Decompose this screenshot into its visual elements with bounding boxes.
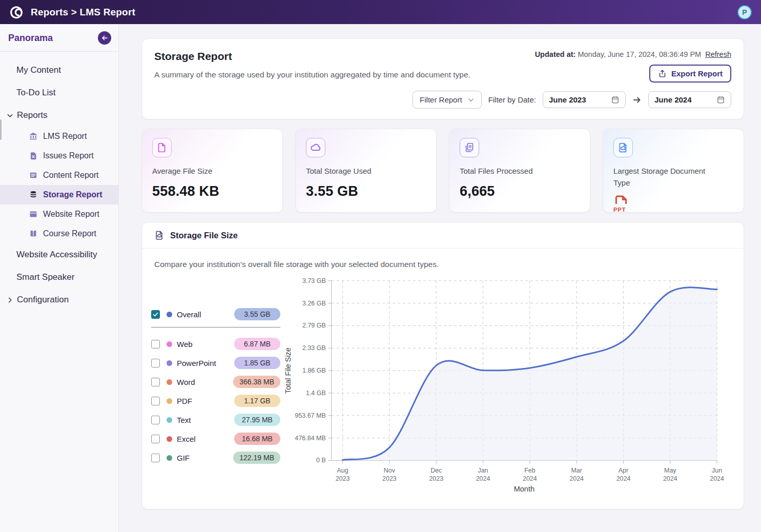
series-dot [167, 436, 172, 442]
book-icon [29, 229, 38, 238]
svg-text:1.86 GB: 1.86 GB [302, 367, 326, 374]
svg-text:Mar: Mar [571, 467, 582, 474]
sidebar-item-label: Storage Report [43, 190, 102, 199]
main-content: Storage Report A summary of the storage … [119, 24, 761, 532]
panorama-logo-icon [9, 5, 24, 19]
export-report-button[interactable]: Export Report [649, 65, 731, 83]
sidebar-item-my-content[interactable]: My Content [0, 59, 118, 81]
chart-legend: Overall3.55 GBWeb6.87 MBPowerPoint1.85 G… [151, 308, 280, 497]
files-icon [460, 138, 479, 157]
checkbox-powerpoint[interactable] [151, 359, 160, 367]
sidebar-item-label: Content Report [43, 171, 99, 180]
filter-report-dropdown[interactable]: Filter Report [413, 91, 482, 109]
stat-card-total-files-processed: Total Files Processed6,665 [449, 129, 590, 213]
chevron-right-icon [6, 296, 14, 304]
series-dot [167, 455, 172, 461]
checkbox-text[interactable] [151, 416, 160, 424]
section-title: Storage File Size [170, 231, 238, 240]
storage-report-header-card: Storage Report A summary of the storage … [141, 38, 744, 119]
legend-value-badge: 16.68 MB [234, 433, 280, 445]
legend-value-badge: 27.95 MB [234, 414, 280, 426]
ppt-label: PPT [613, 207, 629, 213]
svg-text:Total File Size: Total File Size [284, 347, 292, 394]
svg-text:Jun: Jun [712, 467, 722, 474]
checkbox-overall[interactable] [151, 310, 160, 319]
series-dot [167, 312, 172, 317]
sidebar-item-todo-list[interactable]: To-Do List [0, 81, 118, 104]
sidebar-collapse-button[interactable] [98, 31, 111, 45]
series-dot [167, 379, 172, 385]
browser-icon [29, 210, 38, 219]
legend-value-badge: 1.85 GB [234, 357, 280, 369]
sidebar-item-course-report[interactable]: Course Report [0, 224, 118, 243]
sidebar-item-reports[interactable]: Reports [0, 104, 118, 127]
legend-row-web: Web6.87 MB [151, 338, 280, 350]
sidebar-scrollbar[interactable] [0, 119, 2, 140]
sidebar-item-label: Reports [17, 110, 48, 120]
sidebar: Panorama My Content To-Do List Reports L… [0, 24, 119, 532]
filter-by-date-label: Filter by Date: [488, 95, 536, 104]
svg-text:Aug: Aug [337, 467, 348, 474]
date-to-value: June 2024 [654, 95, 692, 104]
svg-text:Month: Month [514, 485, 534, 493]
stat-label: Total Files Processed [460, 166, 580, 177]
svg-text:3.73 GB: 3.73 GB [302, 277, 326, 284]
user-avatar[interactable]: P [737, 5, 752, 19]
stat-label: Average File Size [152, 166, 272, 177]
refresh-link[interactable]: Refresh [705, 50, 731, 58]
top-bar: Reports > LMS Report P [0, 0, 761, 24]
date-to-input[interactable]: June 2024 [648, 91, 731, 108]
legend-value-badge: 122.19 MB [233, 452, 280, 464]
svg-text:476.84 MB: 476.84 MB [295, 435, 326, 442]
svg-text:2024: 2024 [710, 475, 724, 482]
legend-row-gif: GIF122.19 MB [151, 452, 280, 464]
stat-value: 3.55 GB [306, 183, 426, 199]
svg-text:2023: 2023 [336, 475, 350, 482]
calendar-icon [611, 95, 620, 104]
sidebar-item-content-report[interactable]: Content Report [0, 166, 118, 185]
check-icon [152, 311, 159, 318]
svg-text:2023: 2023 [429, 475, 443, 482]
sidebar-item-configuration[interactable]: Configuration [0, 289, 118, 311]
checkbox-pdf[interactable] [151, 397, 160, 405]
sidebar-item-website-report[interactable]: Website Report [0, 204, 118, 224]
svg-text:2024: 2024 [476, 475, 490, 482]
updated-at-value: Monday, June 17, 2024, 08:36:49 PM [578, 50, 701, 58]
sidebar-item-smart-speaker[interactable]: Smart Speaker [0, 266, 118, 289]
legend-row-text: Text27.95 MB [151, 414, 280, 426]
sidebar-item-website-accessibility[interactable]: Website Accessibility [0, 243, 118, 266]
sidebar-item-issues-report[interactable]: Issues Report [0, 146, 118, 166]
legend-label: Overall [177, 310, 234, 319]
checkbox-word[interactable] [151, 378, 160, 386]
legend-divider [151, 327, 280, 328]
svg-text:Nov: Nov [384, 467, 396, 474]
stat-value: 6,665 [460, 183, 580, 199]
ppt-file-icon: PPT [613, 195, 629, 213]
cloud-icon [306, 138, 325, 157]
sidebar-item-label: Configuration [17, 295, 69, 305]
legend-value-badge: 1.17 GB [234, 395, 280, 407]
legend-value-badge: 366.38 MB [233, 376, 280, 388]
sidebar-item-label: Website Report [43, 210, 99, 219]
filter-report-label: Filter Report [420, 95, 462, 104]
stat-label: Largest Storage Document Type [613, 166, 716, 189]
date-from-input[interactable]: June 2023 [543, 91, 626, 108]
legend-label: Word [177, 378, 233, 386]
checkbox-web[interactable] [151, 340, 160, 349]
export-icon [658, 69, 667, 78]
sidebar-brand: Panorama [8, 33, 53, 44]
svg-text:2024: 2024 [663, 475, 677, 482]
svg-text:0 B: 0 B [316, 457, 326, 464]
svg-text:Jan: Jan [478, 467, 488, 474]
sidebar-item-storage-report[interactable]: Storage Report [0, 185, 118, 204]
checkbox-excel[interactable] [151, 435, 160, 443]
legend-label: PowerPoint [177, 359, 234, 367]
file-cloud-icon [154, 230, 164, 240]
svg-text:3.26 GB: 3.26 GB [302, 300, 326, 307]
checkbox-gif[interactable] [151, 454, 160, 462]
sidebar-item-lms-report[interactable]: LMS Report [0, 127, 118, 146]
sidebar-item-label: LMS Report [43, 132, 87, 141]
file-icon [152, 138, 172, 157]
svg-text:2024: 2024 [616, 475, 631, 482]
series-dot [167, 398, 172, 404]
